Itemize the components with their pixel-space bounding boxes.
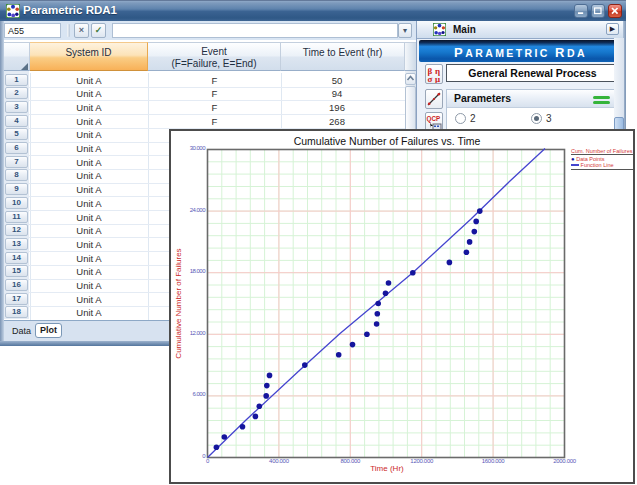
svg-text:μ: μ (435, 74, 440, 84)
svg-text:QCP: QCP (427, 115, 441, 123)
svg-text:σ: σ (428, 74, 433, 84)
